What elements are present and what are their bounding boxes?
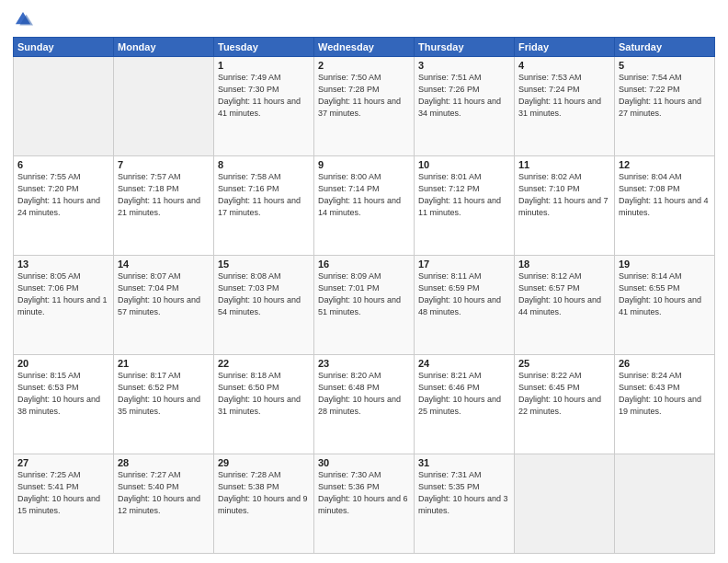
calendar-cell [14,57,114,156]
day-number: 5 [619,60,711,71]
cell-content: Sunrise: 8:08 AMSunset: 7:03 PMDaylight:… [218,271,301,316]
calendar-cell: 23Sunrise: 8:20 AMSunset: 6:48 PMDayligh… [314,355,415,454]
calendar-cell: 25Sunrise: 8:22 AMSunset: 6:45 PMDayligh… [515,355,615,454]
calendar-cell: 30Sunrise: 7:30 AMSunset: 5:36 PMDayligh… [314,454,415,554]
cell-content: Sunrise: 7:55 AMSunset: 7:20 PMDaylight:… [17,172,100,217]
day-number: 25 [518,358,610,369]
weekday-header-sunday: Sunday [14,38,114,57]
calendar-cell: 7Sunrise: 7:57 AMSunset: 7:18 PMDaylight… [114,156,214,256]
calendar-table: SundayMondayTuesdayWednesdayThursdayFrid… [13,37,715,554]
calendar-cell: 17Sunrise: 8:11 AMSunset: 6:59 PMDayligh… [415,256,515,355]
day-number: 31 [418,457,510,468]
cell-content: Sunrise: 8:18 AMSunset: 6:50 PMDaylight:… [218,371,301,416]
weekday-header-tuesday: Tuesday [214,38,314,57]
day-number: 11 [518,159,610,170]
day-number: 2 [318,60,410,71]
cell-content: Sunrise: 7:30 AMSunset: 5:36 PMDaylight:… [318,470,408,515]
cell-content: Sunrise: 8:05 AMSunset: 7:06 PMDaylight:… [17,271,108,316]
day-number: 9 [318,159,410,170]
day-number: 3 [418,60,510,71]
week-row-1: 1Sunrise: 7:49 AMSunset: 7:30 PMDaylight… [14,57,715,156]
day-number: 6 [17,159,109,170]
cell-content: Sunrise: 8:15 AMSunset: 6:53 PMDaylight:… [17,371,100,416]
day-number: 29 [218,457,310,468]
day-number: 20 [17,358,109,369]
calendar-page: SundayMondayTuesdayWednesdayThursdayFrid… [0,0,728,563]
day-number: 30 [318,457,410,468]
day-number: 18 [518,259,610,270]
day-number: 17 [418,259,510,270]
cell-content: Sunrise: 7:51 AMSunset: 7:26 PMDaylight:… [418,73,501,118]
calendar-cell: 22Sunrise: 8:18 AMSunset: 6:50 PMDayligh… [214,355,314,454]
calendar-cell: 13Sunrise: 8:05 AMSunset: 7:06 PMDayligh… [14,256,114,355]
calendar-cell [615,454,715,554]
calendar-cell: 19Sunrise: 8:14 AMSunset: 6:55 PMDayligh… [615,256,715,355]
weekday-header-saturday: Saturday [615,38,715,57]
day-number: 12 [619,159,711,170]
cell-content: Sunrise: 8:04 AMSunset: 7:08 PMDaylight:… [619,172,709,217]
week-row-5: 27Sunrise: 7:25 AMSunset: 5:41 PMDayligh… [14,454,715,554]
calendar-cell: 9Sunrise: 8:00 AMSunset: 7:14 PMDaylight… [314,156,415,256]
day-number: 21 [118,358,210,369]
weekday-header-friday: Friday [515,38,615,57]
day-number: 19 [619,259,711,270]
calendar-cell: 10Sunrise: 8:01 AMSunset: 7:12 PMDayligh… [415,156,515,256]
day-number: 15 [218,259,310,270]
calendar-cell: 6Sunrise: 7:55 AMSunset: 7:20 PMDaylight… [14,156,114,256]
calendar-cell: 29Sunrise: 7:28 AMSunset: 5:38 PMDayligh… [214,454,314,554]
header [13,9,715,29]
day-number: 22 [218,358,310,369]
cell-content: Sunrise: 7:58 AMSunset: 7:16 PMDaylight:… [218,172,301,217]
day-number: 27 [17,457,109,468]
cell-content: Sunrise: 7:25 AMSunset: 5:41 PMDaylight:… [17,470,100,515]
week-row-4: 20Sunrise: 8:15 AMSunset: 6:53 PMDayligh… [14,355,715,454]
calendar-cell: 2Sunrise: 7:50 AMSunset: 7:28 PMDaylight… [314,57,415,156]
calendar-cell [114,57,214,156]
calendar-cell: 20Sunrise: 8:15 AMSunset: 6:53 PMDayligh… [14,355,114,454]
calendar-cell: 12Sunrise: 8:04 AMSunset: 7:08 PMDayligh… [615,156,715,256]
calendar-cell: 26Sunrise: 8:24 AMSunset: 6:43 PMDayligh… [615,355,715,454]
cell-content: Sunrise: 8:24 AMSunset: 6:43 PMDaylight:… [619,371,701,416]
cell-content: Sunrise: 8:02 AMSunset: 7:10 PMDaylight:… [518,172,609,217]
cell-content: Sunrise: 8:01 AMSunset: 7:12 PMDaylight:… [418,172,501,217]
cell-content: Sunrise: 7:53 AMSunset: 7:24 PMDaylight:… [518,73,601,118]
calendar-cell: 27Sunrise: 7:25 AMSunset: 5:41 PMDayligh… [14,454,114,554]
day-number: 4 [518,60,610,71]
calendar-cell: 18Sunrise: 8:12 AMSunset: 6:57 PMDayligh… [515,256,615,355]
calendar-cell [515,454,615,554]
weekday-header-monday: Monday [114,38,214,57]
calendar-cell: 14Sunrise: 8:07 AMSunset: 7:04 PMDayligh… [114,256,214,355]
cell-content: Sunrise: 8:21 AMSunset: 6:46 PMDaylight:… [418,371,501,416]
calendar-cell: 28Sunrise: 7:27 AMSunset: 5:40 PMDayligh… [114,454,214,554]
cell-content: Sunrise: 8:22 AMSunset: 6:45 PMDaylight:… [518,371,601,416]
cell-content: Sunrise: 8:14 AMSunset: 6:55 PMDaylight:… [619,271,701,316]
cell-content: Sunrise: 7:57 AMSunset: 7:18 PMDaylight:… [118,172,200,217]
calendar-cell: 3Sunrise: 7:51 AMSunset: 7:26 PMDaylight… [415,57,515,156]
calendar-cell: 21Sunrise: 8:17 AMSunset: 6:52 PMDayligh… [114,355,214,454]
calendar-cell: 31Sunrise: 7:31 AMSunset: 5:35 PMDayligh… [415,454,515,554]
day-number: 8 [218,159,310,170]
cell-content: Sunrise: 8:09 AMSunset: 7:01 PMDaylight:… [318,271,401,316]
cell-content: Sunrise: 7:28 AMSunset: 5:38 PMDaylight:… [218,470,308,515]
weekday-header-thursday: Thursday [415,38,515,57]
cell-content: Sunrise: 8:20 AMSunset: 6:48 PMDaylight:… [318,371,401,416]
day-number: 23 [318,358,410,369]
day-number: 28 [118,457,210,468]
cell-content: Sunrise: 8:07 AMSunset: 7:04 PMDaylight:… [118,271,200,316]
day-number: 13 [17,259,109,270]
cell-content: Sunrise: 7:31 AMSunset: 5:35 PMDaylight:… [418,470,508,515]
day-number: 16 [318,259,410,270]
day-number: 26 [619,358,711,369]
day-number: 7 [118,159,210,170]
cell-content: Sunrise: 8:17 AMSunset: 6:52 PMDaylight:… [118,371,200,416]
logo [13,9,37,29]
cell-content: Sunrise: 8:00 AMSunset: 7:14 PMDaylight:… [318,172,401,217]
day-number: 14 [118,259,210,270]
day-number: 1 [218,60,310,71]
cell-content: Sunrise: 8:12 AMSunset: 6:57 PMDaylight:… [518,271,601,316]
week-row-2: 6Sunrise: 7:55 AMSunset: 7:20 PMDaylight… [14,156,715,256]
week-row-3: 13Sunrise: 8:05 AMSunset: 7:06 PMDayligh… [14,256,715,355]
calendar-cell: 11Sunrise: 8:02 AMSunset: 7:10 PMDayligh… [515,156,615,256]
logo-icon [13,9,33,29]
calendar-cell: 4Sunrise: 7:53 AMSunset: 7:24 PMDaylight… [515,57,615,156]
